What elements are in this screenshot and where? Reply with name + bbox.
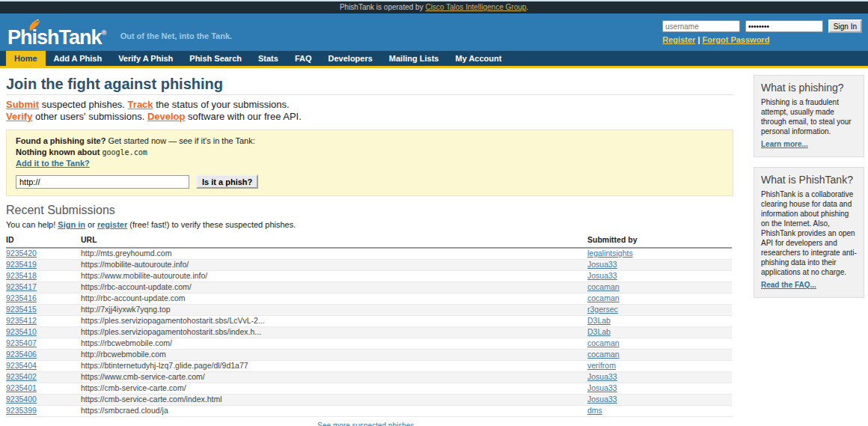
phish-id-link[interactable]: 9235419 <box>6 260 37 269</box>
intro-segment: suspected phishes. <box>39 99 128 110</box>
help-mid: or <box>85 220 97 229</box>
submitter-link[interactable]: Josua33 <box>587 260 617 269</box>
login-links-separator: | <box>697 35 700 44</box>
login-area: Sign In Register | Forgot Password <box>662 19 862 44</box>
submitter-link[interactable]: dms <box>587 406 602 415</box>
submitter-link[interactable]: Josua33 <box>587 271 617 280</box>
phish-id-link[interactable]: 9235416 <box>6 293 37 302</box>
right-sidebar: What is phishing? Phishing is a fraudule… <box>754 75 864 308</box>
phish-id-link[interactable]: 9235399 <box>6 406 37 415</box>
nav-tab-mailing-lists[interactable]: Mailing Lists <box>381 51 447 66</box>
submitter-link[interactable]: D3Lab <box>587 327 611 336</box>
sign-in-button[interactable]: Sign In <box>828 19 862 33</box>
logo-text: PhishTank <box>7 26 102 49</box>
column-header-url: URL <box>81 234 587 248</box>
submitter-link[interactable]: Josua33 <box>587 372 617 381</box>
username-input[interactable] <box>662 20 740 32</box>
forgot-password-link[interactable]: Forgot Password <box>703 35 770 44</box>
what-is-phishtank-box: What is PhishTank? PhishTank is a collab… <box>754 167 864 298</box>
is-it-a-phish-button[interactable]: Is it a phish? <box>196 174 258 189</box>
table-row: 9235399https://smbcraed.cloud/jadms <box>6 406 732 417</box>
submitter-link[interactable]: legalintsights <box>587 249 633 258</box>
submitter-link[interactable]: cocaman <box>587 350 620 359</box>
phishtank-logo[interactable]: PhishTank® <box>7 22 106 49</box>
phish-id-link[interactable]: 9235402 <box>6 372 37 381</box>
register-link[interactable]: Register <box>662 35 695 44</box>
main-nav: HomeAdd A PhishVerify A PhishPhish Searc… <box>0 51 868 66</box>
password-input[interactable] <box>745 20 823 32</box>
help-post: (free! fast!) to verify these suspected … <box>127 220 296 229</box>
found-phish-bold: Found a phishing site? <box>16 136 106 145</box>
table-row: 9235412https://ples.serviziopagamentohos… <box>6 316 732 327</box>
what-is-phishing-box: What is phishing? Phishing is a fraudule… <box>754 75 864 157</box>
sign-in-link[interactable]: Sign in <box>58 220 85 229</box>
phish-id-link[interactable]: 9235410 <box>6 327 37 336</box>
table-row: 9235406http://rbcwebmobile.comcocaman <box>6 350 732 361</box>
phish-url: https://rbc-account-update.com/ <box>81 282 587 293</box>
main-content: Join the fight against phishing Submit s… <box>6 76 733 426</box>
fish-icon <box>28 13 44 36</box>
site-header: PhishTank® Out of the Net, into the Tank… <box>0 13 868 51</box>
operated-by-bar: PhishTank is operated by Cisco Talos Int… <box>0 1 868 13</box>
intro-text: Submit suspected phishes. Track the stat… <box>6 99 733 123</box>
phish-id-link[interactable]: 9235406 <box>6 350 37 359</box>
intro-line: Verify other users' submissions. Develop… <box>6 111 733 123</box>
nav-tab-developers[interactable]: Developers <box>320 51 381 66</box>
intro-link-track[interactable]: Track <box>128 99 153 110</box>
nav-tab-add-a-phish[interactable]: Add A Phish <box>46 51 111 66</box>
nav-tab-verify-a-phish[interactable]: Verify A Phish <box>110 51 181 66</box>
submitter-link[interactable]: cocaman <box>587 338 620 347</box>
phish-url: https://rbcwebmobile.com/ <box>81 338 587 350</box>
nothing-known-bold: Nothing known about <box>16 147 100 156</box>
phish-url: https://ples.serviziopagamentohostarit.s… <box>81 316 587 327</box>
phish-id-link[interactable]: 9235400 <box>6 395 37 404</box>
nav-tab-faq[interactable]: FAQ <box>287 51 320 66</box>
phish-id-link[interactable]: 9235420 <box>6 249 37 258</box>
phish-id-link[interactable]: 9235417 <box>6 282 37 291</box>
phish-url: https://www.cmb-service-carte.com/ <box>81 372 587 383</box>
table-row: 9235420http://mts.greyhoumd.comlegalints… <box>6 248 732 260</box>
submitter-link[interactable]: r3gersec <box>587 305 618 314</box>
table-row: 9235415http://7xjj4iyxwk7yqng.topr3gerse… <box>6 305 732 316</box>
read-the-faq-link[interactable]: Read the FAQ... <box>761 281 816 289</box>
intro-link-verify[interactable]: Verify <box>6 111 32 122</box>
phish-id-link[interactable]: 9235415 <box>6 305 37 314</box>
phish-id-link[interactable]: 9235418 <box>6 271 37 280</box>
tagline: Out of the Net, into the Tank. <box>120 31 233 40</box>
nav-tab-home[interactable]: Home <box>6 51 46 66</box>
phish-url: https://btinternetudyhj-lzq7.glide.page/… <box>81 361 587 372</box>
column-header-id: ID <box>6 234 81 248</box>
table-row: 9235402https://www.cmb-service-carte.com… <box>6 372 732 383</box>
table-row: 9235416http://rbc-account-update.comcoca… <box>6 293 732 305</box>
table-row: 9235410https://ples.serviziopagamentohos… <box>6 327 732 338</box>
nav-tab-stats[interactable]: Stats <box>250 51 287 66</box>
what-is-phishtank-body: PhishTank is a collaborative clearing ho… <box>761 189 857 277</box>
submitter-link[interactable]: D3Lab <box>587 316 611 325</box>
learn-more-link[interactable]: Learn more... <box>761 140 808 148</box>
phish-id-link[interactable]: 9235407 <box>6 338 37 347</box>
submitter-link[interactable]: Josua33 <box>587 383 617 392</box>
phish-id-link[interactable]: 9235401 <box>6 383 37 392</box>
submitter-link[interactable]: cocaman <box>587 293 620 302</box>
register-free-link[interactable]: register <box>97 220 127 229</box>
submitter-link[interactable]: verifrom <box>587 361 616 370</box>
what-is-phishtank-title: What is PhishTank? <box>761 174 857 186</box>
table-row: 9235419https://mobilite-autouroute.info/… <box>6 260 732 271</box>
add-to-tank-link[interactable]: Add it to the Tank? <box>16 159 90 168</box>
phish-id-link[interactable]: 9235404 <box>6 361 37 370</box>
phish-url: http://mts.greyhoumd.com <box>81 248 587 260</box>
nav-tab-phish-search[interactable]: Phish Search <box>181 51 250 66</box>
phish-id-link[interactable]: 9235412 <box>6 316 37 325</box>
intro-link-submit[interactable]: Submit <box>6 99 39 110</box>
see-more-link[interactable]: See more suspected phishes... <box>317 422 420 426</box>
phish-url: https://cmb-service-carte.com/ <box>81 383 587 395</box>
intro-link-develop[interactable]: Develop <box>147 111 186 122</box>
submitter-link[interactable]: Josua33 <box>587 395 617 404</box>
nav-tab-my-account[interactable]: My Account <box>447 51 510 66</box>
submitter-link[interactable]: cocaman <box>587 282 620 291</box>
url-check-input[interactable] <box>16 175 189 189</box>
phish-url: https://ples.serviziopagamentohostarit.s… <box>81 327 587 338</box>
cisco-talos-link[interactable]: Cisco Talos Intelligence Group <box>425 3 526 11</box>
what-is-phishing-body: Phishing is a fraudulent attempt, usuall… <box>761 97 857 136</box>
phish-url: http://rbcwebmobile.com <box>81 350 587 361</box>
